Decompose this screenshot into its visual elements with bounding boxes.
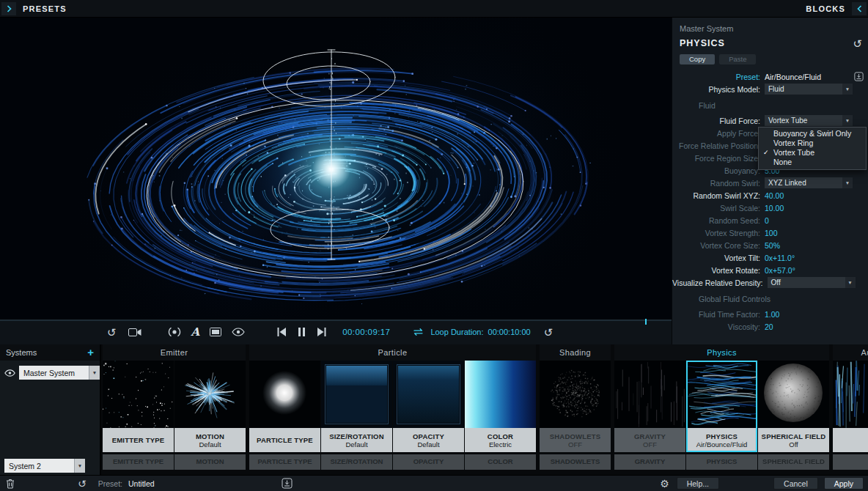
param-label: Apply Force:	[672, 129, 765, 138]
fluid-force-menu: Buoyancy & Swirl OnlyVortex Ring✓Vortex …	[758, 127, 867, 170]
param-dropdown-fluid-force[interactable]: Vortex Tube▼	[765, 115, 853, 126]
block-motion[interactable]: MOTIONDefaultMOTION	[174, 361, 246, 470]
param-value[interactable]: 0x+57.0°	[765, 266, 795, 275]
panel-reset-button[interactable]: ↺	[853, 38, 862, 49]
block-particle-type[interactable]: PARTICLE TYPEPARTICLE TYPE	[249, 361, 320, 470]
block-title: SIZE/ROTATION	[321, 432, 392, 440]
delete-button[interactable]	[6, 479, 15, 489]
param-value[interactable]: 1.00	[765, 310, 779, 319]
param-value[interactable]: 0	[765, 216, 769, 225]
next-frame-button[interactable]	[317, 328, 326, 336]
param-value[interactable]: 50%	[765, 241, 780, 250]
block-group-header-aux[interactable]: Aux	[833, 344, 868, 361]
param-value[interactable]: 20	[765, 322, 773, 331]
viewport[interactable]	[0, 18, 672, 319]
loop-duration-label: Loop Duration:	[430, 328, 483, 336]
apply-button[interactable]: Apply	[824, 477, 864, 490]
menu-item-label: None	[773, 158, 792, 166]
section-label: Fluid	[672, 95, 868, 114]
letter-a-button[interactable]: A	[191, 325, 200, 339]
param-row: Vortex Strength:100	[672, 226, 868, 239]
save-preset-button[interactable]	[282, 478, 293, 489]
param-value[interactable]: 10.00	[765, 204, 784, 213]
param-value[interactable]: 100	[765, 229, 778, 237]
viewport-canvas[interactable]	[0, 18, 672, 319]
cancel-button[interactable]: Cancel	[773, 477, 818, 490]
undo-icon: ↺	[107, 327, 117, 338]
block-size-rotation[interactable]: SIZE/ROTATIONDefaultSIZE/ROTATION	[321, 361, 392, 470]
playhead[interactable]	[645, 319, 647, 325]
next-row-block-label	[833, 454, 868, 470]
block-group-aux: Aux	[833, 344, 868, 475]
block-title: GRAVITY	[614, 432, 685, 440]
param-row: Random Swirl XYZ:40.00	[672, 189, 868, 202]
previous-frame-button[interactable]	[277, 328, 286, 336]
camera-button[interactable]	[128, 328, 141, 337]
save-preset-button[interactable]	[854, 72, 864, 81]
param-dropdown-physics-model[interactable]: Fluid▼	[765, 84, 853, 95]
loop-duration-value[interactable]: 00:00:10:00	[488, 328, 531, 336]
block-opacity[interactable]: OPACITYDefaultOPACITY	[393, 361, 464, 470]
param-dropdown-random-swirl[interactable]: XYZ Linked▼	[765, 177, 853, 188]
system-select-value: Master System	[19, 369, 89, 377]
menu-item-vortex-ring[interactable]: Vortex Ring	[759, 139, 866, 148]
preset-name[interactable]: Untitled	[128, 479, 155, 488]
copy-button[interactable]: Copy	[680, 54, 715, 64]
bottom-bar: ↺ Preset: Untitled ⚙ Help... Cancel Appl…	[0, 475, 868, 491]
current-time-display[interactable]: 00:00:09:17	[342, 328, 390, 336]
block-group-header-shading[interactable]: Shading	[540, 344, 611, 361]
timeline-track[interactable]	[0, 320, 672, 321]
param-value[interactable]: 0x+11.0°	[765, 254, 795, 262]
block-gravity[interactable]: GRAVITYOFFGRAVITY	[614, 361, 685, 470]
menu-item-vortex-tube[interactable]: ✓Vortex Tube	[759, 148, 866, 158]
save-icon	[854, 72, 864, 81]
system-visibility-toggle[interactable]	[4, 369, 15, 377]
block-shadowlets[interactable]: SHADOWLETSOFFSHADOWLETS	[540, 361, 611, 470]
check-icon: ✓	[763, 148, 769, 158]
next-row-block-label: GRAVITY	[614, 454, 685, 470]
system-2-select[interactable]: System 2 ▼	[4, 459, 85, 473]
param-row: Visualize Relative Density:Off▼	[672, 276, 868, 289]
menu-item-none[interactable]: None	[759, 158, 866, 167]
system-2-select-value: System 2	[4, 462, 74, 470]
block-emitter-type[interactable]: EMITTER TYPEEMITTER TYPE	[103, 361, 174, 470]
motion-blur-button[interactable]	[168, 327, 181, 337]
block-aux[interactable]	[833, 361, 868, 470]
param-label: Vortex Strength:	[672, 229, 765, 237]
menu-item-buoyancy-swirl-only[interactable]: Buoyancy & Swirl Only	[759, 129, 866, 139]
menu-item-label: Buoyancy & Swirl Only	[773, 129, 851, 138]
block-spherical-field[interactable]: SPHERICAL FIELDOffSPHERICAL FIELD	[758, 361, 829, 470]
add-system-button[interactable]: +	[87, 347, 94, 358]
block-group-header-physics[interactable]: Physics	[614, 344, 829, 361]
param-label: Vortex Tilt:	[672, 254, 765, 262]
system-select[interactable]: Master System ▼	[19, 366, 100, 380]
next-row-block-label: COLOR	[465, 454, 536, 470]
presets-expand-button[interactable]	[1, 2, 16, 15]
help-button[interactable]: Help...	[677, 477, 719, 490]
param-value[interactable]: Air/Bounce/Fluid	[765, 73, 821, 81]
reset-preset-button[interactable]: ↺	[78, 479, 87, 489]
block-subtitle: Air/Bounce/Fluid	[686, 440, 757, 448]
pause-button[interactable]	[298, 328, 305, 336]
loop-button[interactable]	[412, 328, 424, 336]
visibility-button[interactable]	[232, 328, 245, 336]
loop-reset-button[interactable]: ↺	[544, 327, 553, 338]
block-thumbnail	[614, 361, 685, 428]
param-value[interactable]: 40.00	[765, 191, 784, 200]
param-dropdown-visualize-relative-density[interactable]: Off▼	[768, 277, 856, 288]
block-physics[interactable]: PHYSICSAir/Bounce/FluidPHYSICS	[686, 361, 757, 470]
save-icon	[282, 478, 293, 489]
blocks-collapse-button[interactable]	[852, 2, 867, 15]
block-group-header-particle[interactable]: Particle	[249, 344, 536, 361]
physics-panel: Master System ↺ PHYSICS CopyPaste Preset…	[672, 18, 868, 344]
block-group-header-emitter[interactable]: Emitter	[103, 344, 246, 361]
block-group-particle: ParticlePARTICLE TYPEPARTICLE TYPESIZE/R…	[249, 344, 536, 475]
settings-button[interactable]: ⚙	[660, 479, 669, 489]
paste-button[interactable]: Paste	[719, 54, 756, 64]
reset-view-button[interactable]: ↺	[107, 327, 117, 338]
param-label: Force Region Size:	[672, 154, 765, 163]
frame-button[interactable]	[210, 328, 221, 336]
eye-icon	[232, 328, 245, 336]
block-color[interactable]: COLORElectricCOLOR	[465, 361, 536, 470]
next-frame-icon	[317, 328, 326, 336]
